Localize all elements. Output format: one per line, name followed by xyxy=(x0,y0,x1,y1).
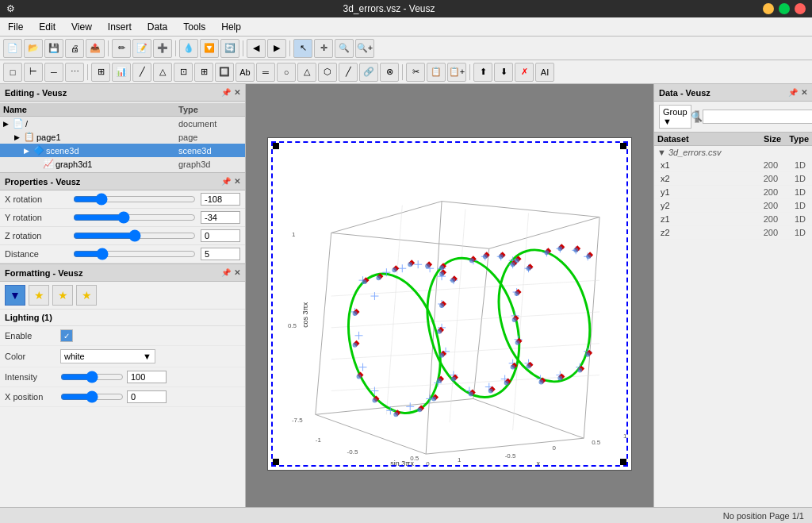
fmt-row-xposition: X position xyxy=(0,387,245,407)
draw3[interactable]: ─ xyxy=(44,63,63,82)
new-button[interactable]: 📄 xyxy=(3,39,22,58)
data-group-label[interactable]: ▼ 3d_errors.csv xyxy=(654,146,812,159)
draw7[interactable]: ╱ xyxy=(132,63,151,82)
search-icon[interactable]: 🔍 xyxy=(695,110,699,123)
data-row-y2[interactable]: y2 200 1D xyxy=(654,199,812,213)
zrotation-input[interactable] xyxy=(201,229,240,242)
intensity-input[interactable] xyxy=(127,371,167,383)
editing-close-button[interactable]: ✕ xyxy=(234,88,240,97)
delete-button[interactable]: ✗ xyxy=(515,63,534,82)
distance-slider[interactable] xyxy=(73,249,196,259)
zoom-mode[interactable]: 🔍 xyxy=(335,39,354,58)
draw16[interactable]: ⬡ xyxy=(318,63,337,82)
formatting-pin-button[interactable]: 📌 xyxy=(221,268,231,277)
minimize-button[interactable] xyxy=(763,3,774,14)
fmt-icon-fill[interactable]: ▼ xyxy=(5,285,25,306)
ai-button[interactable]: AI xyxy=(535,63,554,82)
distance-input[interactable] xyxy=(201,248,240,260)
draw5[interactable]: ⊞ xyxy=(91,63,110,82)
draw4[interactable]: ⋯ xyxy=(65,63,84,82)
tree-row-root[interactable]: ▶ 📄 / document xyxy=(0,117,245,130)
print-button[interactable]: 🖨 xyxy=(65,39,84,58)
draw18[interactable]: 🔗 xyxy=(359,63,378,82)
draw10[interactable]: ⊞ xyxy=(194,63,213,82)
cut-button[interactable]: ✂ xyxy=(406,63,425,82)
yrotation-input[interactable] xyxy=(201,211,240,224)
menu-help[interactable]: Help xyxy=(213,20,249,34)
menu-insert[interactable]: Insert xyxy=(100,20,140,34)
enable-checkbox[interactable]: ✓ xyxy=(60,329,73,342)
intensity-slider[interactable] xyxy=(60,372,124,382)
draw14[interactable]: ○ xyxy=(277,63,296,82)
save-button[interactable]: 💾 xyxy=(44,39,63,58)
data-search-input[interactable] xyxy=(703,110,812,124)
edit2-button[interactable]: 📝 xyxy=(132,39,151,58)
tree-row-graph3d1[interactable]: 📈 graph3d1 graph3d xyxy=(0,157,245,171)
menu-data[interactable]: Data xyxy=(140,20,175,34)
menu-edit[interactable]: Edit xyxy=(31,20,63,34)
xrotation-slider[interactable] xyxy=(73,194,196,204)
add-button[interactable]: ➕ xyxy=(153,39,172,58)
data-close-button[interactable]: ✕ xyxy=(801,88,807,97)
prev-button[interactable]: ◀ xyxy=(247,39,266,58)
group-select[interactable]: Group ▼ xyxy=(659,105,691,129)
yrotation-slider[interactable] xyxy=(73,213,196,222)
properties-pin-button[interactable]: 📌 xyxy=(221,177,231,186)
data-row-x2[interactable]: x2 200 1D xyxy=(654,172,812,186)
data-row-z1[interactable]: z1 200 1D xyxy=(654,213,812,226)
fmt-icon-star1[interactable]: ★ xyxy=(29,285,49,306)
menu-view[interactable]: View xyxy=(63,20,100,34)
svg-point-183 xyxy=(511,364,515,369)
tree-row-scene3d[interactable]: ▶ 🔷 scene3d scene3d xyxy=(0,144,245,157)
edit-button[interactable]: ✏ xyxy=(112,39,131,58)
svg-point-167 xyxy=(431,396,436,401)
data-row-x1[interactable]: x1 200 1D xyxy=(654,159,812,172)
draw9[interactable]: ⊡ xyxy=(174,63,193,82)
tree-row-page1[interactable]: ▶ 📋 page1 page xyxy=(0,130,245,144)
draw11[interactable]: 🔲 xyxy=(215,63,234,82)
draw17[interactable]: ╱ xyxy=(339,63,358,82)
paste-button[interactable]: 📋+ xyxy=(447,63,466,82)
draw8[interactable]: △ xyxy=(153,63,172,82)
xposition-input[interactable] xyxy=(127,390,167,403)
xrotation-input[interactable] xyxy=(201,193,240,206)
data-row-z2[interactable]: z2 200 1D xyxy=(654,226,812,240)
maximize-button[interactable] xyxy=(779,3,790,14)
xposition-slider[interactable] xyxy=(60,392,124,402)
draw6[interactable]: 📊 xyxy=(112,63,131,82)
pick-button[interactable]: 💧 xyxy=(179,39,198,58)
window-controls xyxy=(763,3,806,14)
filter-button[interactable]: 🔽 xyxy=(200,39,219,58)
menu-file[interactable]: File xyxy=(0,20,31,34)
draw12[interactable]: Ab xyxy=(236,63,255,82)
fmt-icon-star3[interactable]: ★ xyxy=(76,285,97,306)
canvas-area[interactable]: cos 3πx sin 3πx x 1 0.5 -7.5 -1 -0.5 0.5… xyxy=(246,84,653,523)
svg-text:1: 1 xyxy=(292,231,296,238)
formatting-close-button[interactable]: ✕ xyxy=(234,268,240,277)
select-mode[interactable]: ↖ xyxy=(293,39,312,58)
export-button[interactable]: 📤 xyxy=(86,39,105,58)
properties-close-button[interactable]: ✕ xyxy=(234,177,240,186)
color-select[interactable]: white ▼ xyxy=(60,349,155,363)
draw2[interactable]: ⊢ xyxy=(24,63,43,82)
data-row-y1[interactable]: y1 200 1D xyxy=(654,186,812,199)
fmt-icon-star2[interactable]: ★ xyxy=(52,285,73,306)
zoom-more[interactable]: 🔍+ xyxy=(355,39,374,58)
menu-tools[interactable]: Tools xyxy=(175,20,213,34)
open-button[interactable]: 📂 xyxy=(24,39,43,58)
crosshair-mode[interactable]: ✛ xyxy=(314,39,333,58)
copy-button[interactable]: 📋 xyxy=(427,63,446,82)
close-button[interactable] xyxy=(795,3,806,14)
down-button[interactable]: ⬇ xyxy=(494,63,513,82)
editing-pin-button[interactable]: 📌 xyxy=(221,88,231,97)
data-pin-button[interactable]: 📌 xyxy=(788,88,798,97)
draw19[interactable]: ⊗ xyxy=(380,63,399,82)
draw13[interactable]: ═ xyxy=(256,63,275,82)
svg-point-185 xyxy=(499,254,504,259)
zrotation-slider[interactable] xyxy=(73,231,196,240)
up-button[interactable]: ⬆ xyxy=(473,63,492,82)
next-button[interactable]: ▶ xyxy=(267,39,286,58)
draw15[interactable]: △ xyxy=(297,63,316,82)
draw1[interactable]: □ xyxy=(3,63,22,82)
refresh-button[interactable]: 🔄 xyxy=(220,39,239,58)
